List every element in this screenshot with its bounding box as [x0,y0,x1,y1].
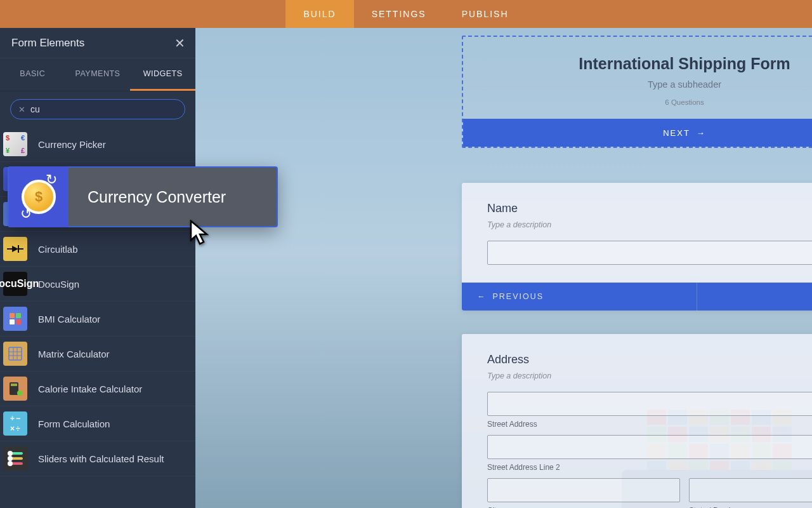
widget-item-label: Currency Picker [30,139,106,150]
widget-item-label: Form Calculation [30,418,110,429]
svg-rect-13 [16,313,21,318]
question-title[interactable]: Address [487,353,812,366]
svg-point-23 [17,391,22,396]
header-next-button[interactable]: NEXT → [463,119,812,147]
search-input[interactable] [30,104,177,114]
form-elements-panel: Form Elements ✕ BASIC PAYMENTS WIDGETS ✕… [0,28,195,508]
form-subheader-placeholder[interactable]: Type a subheader [476,79,812,90]
svg-marker-9 [12,246,18,252]
form-calculation-icon: +−×÷ [0,406,30,441]
matrix-calculator-icon [0,337,30,371]
arrow-right-icon: → [697,128,706,138]
question-count: 6 Questions [476,98,812,106]
widget-item-label: BMI Calculator [30,314,100,324]
street-address-label: Street Address [487,420,812,429]
circuitlab-icon [0,232,30,267]
svg-rect-22 [11,384,17,386]
footer-divider [697,283,697,311]
panel-tabs: BASIC PAYMENTS WIDGETS [0,58,195,91]
question-description-placeholder[interactable]: Type a description [487,371,812,380]
widget-item-circuitlab[interactable]: Circuitlab [0,232,195,267]
docusign-icon: DocuSign [0,267,30,302]
top-nav: BUILD SETTINGS PUBLISH [0,0,812,28]
widget-item-label: Sliders with Calculated Result [30,453,164,464]
question-title[interactable]: Name [487,202,812,215]
widget-search[interactable]: ✕ [10,99,185,119]
tab-settings[interactable]: SETTINGS [354,0,444,28]
widget-item-currency-picker[interactable]: $€¥£ Currency Picker [0,127,195,162]
question-card-address[interactable]: Address Type a description Street Addres… [462,334,812,508]
panel-title: Form Elements [11,37,84,50]
svg-rect-15 [16,319,21,324]
widget-item-label: Calorie Intake Calculator [30,384,142,394]
widget-item-label: Matrix Calculator [30,349,110,359]
tab-build[interactable]: BUILD [285,0,353,28]
dragging-widget-title: Currency Converter [69,188,226,206]
dragging-widget-card[interactable]: $ ↻ ↺ Currency Converter [8,166,278,227]
sliders-icon [0,441,30,476]
street-address-2-label: Street Address Line 2 [487,463,812,472]
close-icon[interactable]: ✕ [174,36,185,51]
form-canvas: International Shipping Form Type a subhe… [195,28,812,508]
widget-item-label: DocuSign [30,279,79,290]
form-header-drop-zone[interactable]: International Shipping Form Type a subhe… [462,36,812,148]
tab-payments[interactable]: PAYMENTS [65,58,131,91]
question-card-name[interactable]: Name Type a description ← PREVIOUS NEXT … [462,183,812,311]
currency-picker-icon: $€¥£ [0,127,30,162]
svg-rect-14 [10,319,15,324]
bmi-calculator-icon [0,302,30,337]
arrow-left-icon: ← [477,292,487,301]
state-input[interactable] [689,478,812,502]
previous-button[interactable]: ← PREVIOUS [477,292,544,301]
street-address-2-input[interactable] [487,435,812,459]
tab-widgets[interactable]: WIDGETS [130,58,195,91]
city-input[interactable] [487,478,680,502]
widget-item-matrix-calculator[interactable]: Matrix Calculator [0,337,195,371]
clear-search-icon[interactable]: ✕ [18,105,25,114]
widget-item-bmi-calculator[interactable]: BMI Calculator [0,302,195,337]
search-wrap: ✕ [0,91,195,127]
widget-item-sliders[interactable]: Sliders with Calculated Result [0,441,195,476]
tab-basic[interactable]: BASIC [0,58,65,91]
street-address-input[interactable] [487,392,812,416]
widget-item-calorie-intake[interactable]: Calorie Intake Calculator [0,371,195,406]
tab-publish[interactable]: PUBLISH [444,0,527,28]
next-label: NEXT [663,128,690,138]
previous-label: PREVIOUS [493,292,544,301]
widget-item-label: Circuitlab [30,244,78,255]
svg-rect-12 [10,313,15,318]
panel-header: Form Elements ✕ [0,28,195,58]
question-description-placeholder[interactable]: Type a description [487,220,812,229]
widget-item-form-calculation[interactable]: +−×÷ Form Calculation [0,406,195,441]
svg-rect-16 [9,347,22,360]
name-input[interactable] [487,241,812,265]
calorie-intake-icon [0,371,30,406]
form-title[interactable]: International Shipping Form [476,55,812,73]
widget-item-docusign[interactable]: DocuSign DocuSign [0,267,195,302]
currency-converter-icon: $ ↻ ↺ [9,166,69,227]
